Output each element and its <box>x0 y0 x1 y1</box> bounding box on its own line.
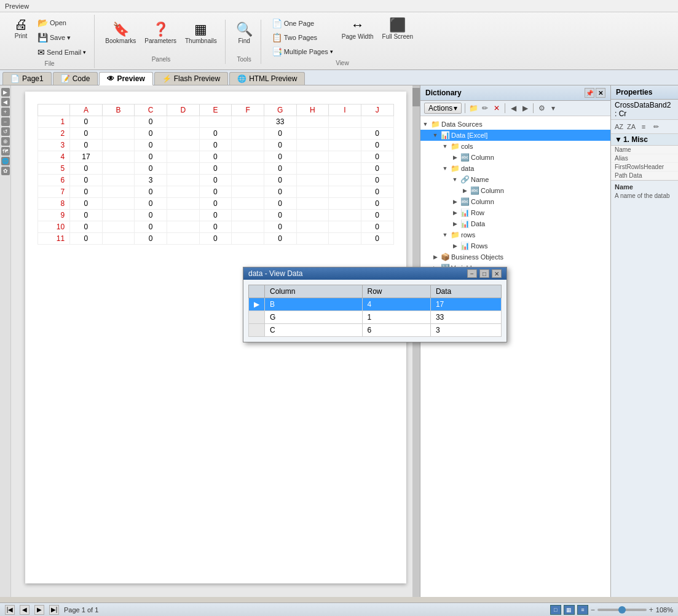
dialog-minimize-btn[interactable]: − <box>467 269 477 278</box>
dict-toolbar: Actions ▾ 📁 ✏ ✕ ◀ ▶ ⚙ ▾ <box>420 101 610 116</box>
dialog-close-btn[interactable]: ✕ <box>492 269 502 278</box>
full-screen-button[interactable]: ⬛ Full Screen <box>379 17 417 42</box>
dialog-table-row[interactable]: G133 <box>249 311 502 324</box>
send-email-button[interactable]: ✉ Send Email ▾ <box>34 45 89 59</box>
tab-preview[interactable]: 👁 Preview <box>99 72 152 85</box>
row-number: 9 <box>37 210 70 221</box>
tab-page1[interactable]: 📄 Page1 <box>2 72 52 85</box>
cross-data-band-text: CrossDataBand2 : Cr <box>615 101 671 118</box>
tree-item-label: Column <box>479 187 504 194</box>
bookmarks-button[interactable]: 🔖 Bookmarks <box>102 21 139 46</box>
sidebar-icon-7[interactable]: 🗺 <box>1 147 10 156</box>
settings-dropdown-icon[interactable]: ▾ <box>548 103 558 113</box>
print-button[interactable]: 🖨 Print <box>10 16 32 41</box>
props-sort-az-btn[interactable]: AZ <box>613 121 625 132</box>
sidebar-icon-2[interactable]: ◀ <box>1 98 10 106</box>
one-page-button[interactable]: 📄 One Page <box>269 17 336 30</box>
next-page-btn[interactable]: ▶ <box>34 605 44 615</box>
scrollbar-thumb[interactable] <box>412 88 420 106</box>
table-cell: 0 <box>199 140 232 151</box>
tab-html-preview[interactable]: 🌐 HTML Preview <box>229 72 305 85</box>
multiple-pages-button[interactable]: 📑 Multiple Pages ▾ <box>269 45 336 58</box>
sidebar-icon-1[interactable]: ▶ <box>1 88 10 97</box>
tree-item-data[interactable]: ▼📁data <box>420 163 610 174</box>
sidebar-icon-6[interactable]: ⊕ <box>1 137 10 146</box>
table-row: 500000 <box>37 163 393 175</box>
tree-item-data-sources[interactable]: ▼📁Data Sources <box>420 119 610 130</box>
left-sidebar: ▶ ◀ + − ↺ ⊕ 🗺 🌐 ✿ <box>0 85 11 597</box>
table-cell <box>329 186 361 198</box>
tab-code[interactable]: 📝 Code <box>53 72 98 85</box>
edit-icon[interactable]: ✏ <box>480 103 490 113</box>
tab-flash-preview[interactable]: ⚡ Flash Preview <box>154 72 228 85</box>
zoom-in-icon[interactable]: + <box>649 606 653 614</box>
settings-icon[interactable]: ⚙ <box>537 103 546 113</box>
tree-item-name-column[interactable]: ▶🔤Column <box>420 185 610 196</box>
zoom-track[interactable] <box>597 609 647 611</box>
tree-item-data-excel[interactable]: ▼📊Data [Excel] <box>420 130 610 141</box>
props-description: Name A name of the datab <box>611 180 678 597</box>
thumbnails-button[interactable]: ▦ Thumbnails <box>182 21 220 46</box>
dialog-table-row[interactable]: ▶B417 <box>249 298 502 311</box>
tree-item-cols[interactable]: ▼📁cols <box>420 141 610 152</box>
props-sort-za-btn[interactable]: ZA <box>626 121 637 132</box>
tree-item-rows-rows[interactable]: ▶📊Rows <box>420 240 610 251</box>
arrow-right-icon[interactable]: ▶ <box>520 103 530 113</box>
dialog-maximize-btn[interactable]: □ <box>479 269 489 278</box>
tree-item-icon: 📊 <box>460 241 470 251</box>
find-button[interactable]: 🔍 Find <box>233 21 256 46</box>
new-folder-icon[interactable]: 📁 <box>468 103 478 113</box>
tree-item-column[interactable]: ▶🔤Column <box>420 152 610 163</box>
sidebar-icon-9[interactable]: ✿ <box>1 167 10 175</box>
main-area: ▶ ◀ + − ↺ ⊕ 🗺 🌐 ✿ A B C D E <box>0 85 678 597</box>
first-page-btn[interactable]: |◀ <box>5 605 15 615</box>
zoom-out-icon[interactable]: − <box>591 606 595 614</box>
zoom-thumb[interactable] <box>618 606 626 614</box>
props-pencil-btn[interactable]: ✏ <box>650 121 661 132</box>
props-category-btn[interactable]: ≡ <box>638 121 649 132</box>
parameters-button[interactable]: ❓ Parameters <box>141 21 179 46</box>
table-row: 800000 <box>37 198 393 210</box>
sidebar-icon-3[interactable]: + <box>1 108 10 116</box>
dialog-table-row[interactable]: C63 <box>249 324 502 337</box>
expand-arrow: ▼ <box>440 141 450 151</box>
arrow-left-icon[interactable]: ◀ <box>508 103 518 113</box>
multi-page-mode-btn[interactable]: ▦ <box>564 605 575 615</box>
tree-item-data-data[interactable]: ▶📊Data <box>420 218 610 229</box>
tree-item-label: Data [Excel] <box>450 132 487 139</box>
tree-item-data-column[interactable]: ▶🔤Column <box>420 196 610 207</box>
prev-page-btn[interactable]: ◀ <box>20 605 30 615</box>
table-cell: 0 <box>361 233 393 245</box>
table-cell <box>296 163 329 175</box>
table-cell <box>102 233 135 245</box>
last-page-btn[interactable]: ▶| <box>49 605 59 615</box>
pin-button[interactable]: 📌 <box>585 88 594 98</box>
dialog-content: Column Row Data ▶B417G133C63 <box>243 280 507 342</box>
delete-icon[interactable]: ✕ <box>492 103 502 113</box>
sidebar-icon-5[interactable]: ↺ <box>1 127 10 136</box>
tree-item-row[interactable]: ▶📊Row <box>420 207 610 218</box>
table-cell: 0 <box>264 128 296 140</box>
two-pages-button[interactable]: 📋 Two Pages <box>269 31 336 44</box>
save-button[interactable]: 💾 Save ▾ <box>34 31 89 44</box>
panels-buttons: 🔖 Bookmarks ❓ Parameters ▦ Thumbnails <box>102 21 219 55</box>
open-button[interactable]: 📂 Open <box>34 16 89 30</box>
one-page-icon: 📄 <box>272 18 282 28</box>
table-cell <box>102 175 135 186</box>
table-cell <box>102 128 135 140</box>
tree-view[interactable]: ▼📁Data Sources▼📊Data [Excel]▼📁cols▶🔤Colu… <box>420 116 610 597</box>
floating-dialog: data - View Data − □ ✕ Column Row Data <box>243 267 507 342</box>
list-mode-btn[interactable]: ≡ <box>577 605 588 615</box>
single-page-mode-btn[interactable]: □ <box>550 605 561 615</box>
page-width-button[interactable]: ↔ Page Width <box>339 17 377 42</box>
row-number: 6 <box>37 175 70 186</box>
table-cell: 0 <box>199 221 232 233</box>
close-dict-button[interactable]: ✕ <box>596 88 605 98</box>
tree-item-rows[interactable]: ▼📁rows <box>420 229 610 240</box>
tree-item-name[interactable]: ▼🔗Name <box>420 174 610 185</box>
sidebar-icon-8[interactable]: 🌐 <box>1 157 10 165</box>
sidebar-icon-4[interactable]: − <box>1 117 10 126</box>
full-screen-icon: ⬛ <box>389 18 406 32</box>
actions-button[interactable]: Actions ▾ <box>424 103 462 114</box>
tree-item-business-objects[interactable]: ▶📦Business Objects <box>420 251 610 263</box>
